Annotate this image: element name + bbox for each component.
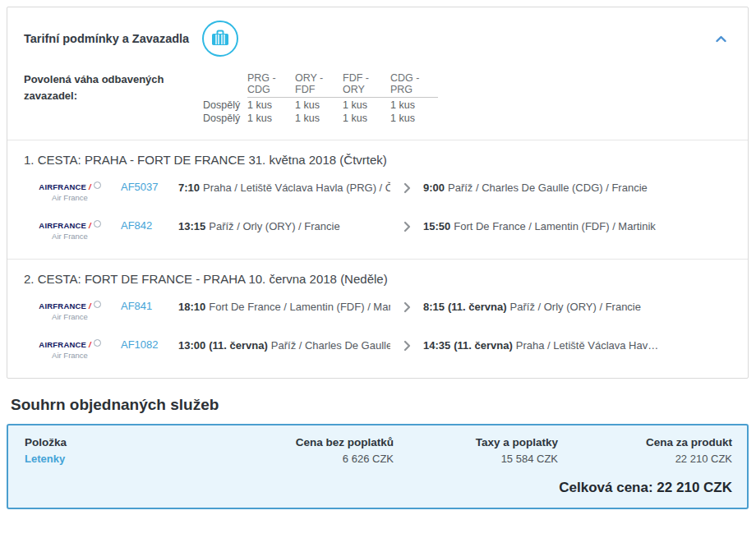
column-header-price-net: Cena bez poplatků [188,436,394,448]
column-header-taxes: Taxy a poplatky [394,436,558,448]
flight-row: AIRFRANCE / Air France AF5037 7:10Praha … [24,180,731,202]
flight-number-link[interactable]: AF5037 [121,180,178,193]
baggage-allowance-table: PRG - CDG ORY - FDF FDF - ORY CDG - PRG … [203,71,438,125]
card-header: Tarifní podmínky a Zavazadla [7,7,748,63]
baggage-column-header: CDG - PRG [390,71,438,99]
departure-info: 13:00(11. června)Paříž / Charles De Gaul… [178,338,390,353]
airfrance-logo: AIRFRANCE / Air France [24,338,116,360]
chevron-up-icon [716,33,726,45]
page: Tarifní podmínky a Zavazadla [0,0,756,516]
baggage-column-header: FDF - ORY [343,71,390,99]
airfrance-logo: AIRFRANCE / Air France [24,180,116,202]
flight-number-link[interactable]: AF1082 [121,338,178,351]
departure-info: 7:10Praha / Letiště Václava Havla (PRG) … [178,180,390,195]
baggage-icon [202,21,238,57]
airfrance-emblem-icon [94,220,101,228]
arrival-info: 15:50Fort De France / Lamentin (FDF) / M… [423,218,731,234]
baggage-column-header: PRG - CDG [247,71,295,99]
arrival-info: 14:35(11. června)Praha / Letiště Václava… [423,338,731,353]
journey-title: 2. CESTA: FORT DE FRANCE - PRAHA 10. čer… [24,272,731,286]
journey-section-2: 2. CESTA: FORT DE FRANCE - PRAHA 10. čer… [7,259,748,378]
collapse-section-button[interactable] [711,34,731,44]
chevron-right-icon [390,180,423,194]
taxes-value: 15 584 CZK [394,453,558,465]
chevron-right-icon [390,338,423,352]
journey-section-1: 1. CESTA: PRAHA - FORT DE FRANCE 31. kvě… [7,140,748,259]
baggage-allowance-label: Povolená váha odbavených zavazadel: [24,71,203,125]
baggage-row: Dospělý 1 kus 1 kus 1 kus 1 kus [203,112,438,125]
airfrance-emblem-icon [94,301,101,308]
card-title: Tarifní podmínky a Zavazadla [24,32,189,45]
departure-info: 18:10Fort De France / Lamentin (FDF) / M… [178,299,390,315]
summary-data-row: Letenky 6 626 CZK 15 584 CZK 22 210 CZK [25,453,732,465]
airfrance-emblem-icon [94,339,101,347]
baggage-row: Dospělý 1 kus 1 kus 1 kus 1 kus [203,99,438,112]
column-header-item: Položka [25,436,188,448]
chevron-right-icon [390,299,423,313]
product-price-value: 22 210 CZK [558,453,732,465]
journey-title: 1. CESTA: PRAHA - FORT DE FRANCE 31. kvě… [24,153,731,167]
arrival-info: 8:15(11. června)Paříž / Orly (ORY) / Fra… [423,299,731,315]
summary-header-row: Položka Cena bez poplatků Taxy a poplatk… [25,436,732,448]
flight-row: AIRFRANCE / Air France AF1082 13:00(11. … [24,338,731,360]
arrival-info: 9:00Paříž / Charles De Gaulle (CDG) / Fr… [423,180,731,195]
baggage-allowance-block: Povolená váha odbavených zavazadel: PRG … [7,63,748,140]
flight-number-link[interactable]: AF841 [121,299,178,312]
item-link-letenky[interactable]: Letenky [25,453,65,465]
tariff-baggage-card: Tarifní podmínky a Zavazadla [7,7,749,379]
order-summary-box: Položka Cena bez poplatků Taxy a poplatk… [7,424,749,509]
airfrance-logo: AIRFRANCE / Air France [24,218,116,241]
chevron-right-icon [390,218,423,232]
flight-number-link[interactable]: AF842 [121,218,178,232]
flight-row: AIRFRANCE / Air France AF842 13:15Paříž … [24,218,731,241]
summary-heading: Souhrn objednaných služeb [11,396,749,414]
grand-total: Celková cena: 22 210 CZK [25,480,732,496]
column-header-product-price: Cena za produkt [558,436,732,448]
departure-info: 13:15Paříž / Orly (ORY) / Francie [178,218,390,234]
airfrance-emblem-icon [94,182,101,189]
flight-row: AIRFRANCE / Air France AF841 18:10Fort D… [24,299,731,321]
baggage-column-header: ORY - FDF [295,71,343,99]
price-net-value: 6 626 CZK [188,453,394,465]
baggage-header-row: PRG - CDG ORY - FDF FDF - ORY CDG - PRG [203,71,438,99]
airfrance-logo: AIRFRANCE / Air France [24,299,116,321]
